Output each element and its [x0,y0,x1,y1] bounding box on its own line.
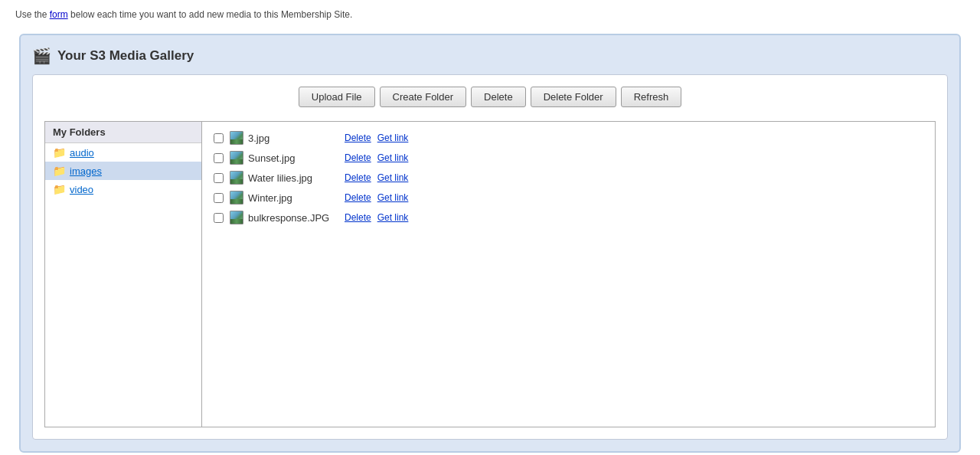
file-checkbox-1[interactable] [214,153,224,163]
delete-button[interactable]: Delete [471,87,526,107]
time-word: time [119,9,137,20]
form-link[interactable]: form [50,9,68,20]
upload-file-button[interactable]: Upload File [299,87,375,107]
file-delete-link-2[interactable]: Delete [345,172,371,183]
file-getlink-link-2[interactable]: Get link [377,172,409,183]
file-row: bulkresponse.JPGDeleteGet link [214,208,923,228]
gallery-icon: 🎬 [32,47,51,65]
file-thumbnail [230,191,243,205]
folder-icon-video: 📁 [53,183,66,195]
delete-folder-button[interactable]: Delete Folder [531,87,616,107]
folder-name-audio: audio [70,147,94,159]
file-actions: DeleteGet link [345,192,408,203]
files-panel: 3.jpgDeleteGet linkSunset.jpgDeleteGet l… [202,122,935,427]
file-getlink-link-3[interactable]: Get link [377,192,409,203]
intro-text: Use the form below each time you want to… [0,0,980,26]
file-getlink-link-0[interactable]: Get link [377,133,409,143]
folder-icon-images: 📁 [53,165,66,177]
panel-heading: Your S3 Media Gallery [57,48,194,64]
folder-item-images[interactable]: 📁 images [45,162,201,180]
create-folder-button[interactable]: Create Folder [380,87,466,107]
file-checkbox-4[interactable] [214,213,224,223]
panel-title: 🎬 Your S3 Media Gallery [32,47,948,65]
file-actions: DeleteGet link [345,152,408,163]
file-row: Sunset.jpgDeleteGet link [214,148,923,168]
inner-panel: Upload File Create Folder Delete Delete … [32,74,948,440]
file-delete-link-4[interactable]: Delete [345,212,371,223]
file-getlink-link-4[interactable]: Get link [377,212,409,223]
file-row: Winter.jpgDeleteGet link [214,188,923,208]
file-name: Winter.jpg [248,192,340,204]
file-getlink-link-1[interactable]: Get link [377,152,409,163]
file-name: 3.jpg [248,133,340,144]
file-row: Water lilies.jpgDeleteGet link [214,168,923,188]
outer-panel: 🎬 Your S3 Media Gallery Upload File Crea… [19,34,961,453]
file-delete-link-0[interactable]: Delete [345,133,371,143]
file-name: bulkresponse.JPG [248,212,340,224]
file-actions: DeleteGet link [345,133,408,143]
file-thumbnail [230,211,243,224]
file-thumbnail [230,151,243,165]
folder-icon-audio: 📁 [53,146,66,159]
file-thumbnail [230,131,243,145]
file-checkbox-0[interactable] [214,133,224,143]
file-delete-link-1[interactable]: Delete [345,152,371,163]
file-name: Water lilies.jpg [248,172,340,184]
file-row: 3.jpgDeleteGet link [214,128,923,148]
file-thumbnail [230,171,243,185]
content-area: My Folders 📁 audio 📁 images 📁 video 3.jp… [44,121,936,427]
refresh-button[interactable]: Refresh [621,87,682,107]
file-actions: DeleteGet link [345,212,408,223]
file-name: Sunset.jpg [248,152,340,164]
file-checkbox-3[interactable] [214,193,224,203]
folders-panel: My Folders 📁 audio 📁 images 📁 video [45,122,202,427]
toolbar: Upload File Create Folder Delete Delete … [44,87,936,107]
folder-name-video: video [70,184,93,195]
folder-name-images: images [70,165,102,177]
file-checkbox-2[interactable] [214,173,224,183]
folders-header: My Folders [45,122,201,143]
folder-item-video[interactable]: 📁 video [45,180,201,198]
file-delete-link-3[interactable]: Delete [345,192,371,203]
file-actions: DeleteGet link [345,172,408,183]
folder-item-audio[interactable]: 📁 audio [45,143,201,162]
